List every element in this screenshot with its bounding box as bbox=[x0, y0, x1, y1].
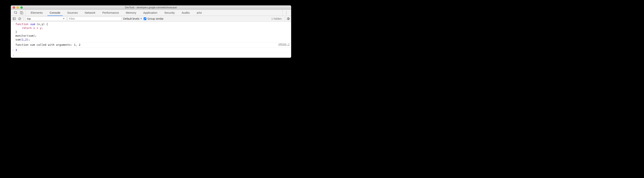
tab-axe[interactable]: aXe bbox=[193, 10, 205, 16]
tab-security[interactable]: Security bbox=[161, 10, 178, 16]
tab-console[interactable]: Console bbox=[46, 10, 64, 16]
log-message: function sum called with arguments: 1, 2 bbox=[16, 43, 278, 47]
more-options-icon[interactable]: ⋮ bbox=[284, 11, 288, 15]
toggle-console-sidebar-icon[interactable] bbox=[12, 17, 16, 21]
titlebar: DevTools - developers.google.com/web/sho… bbox=[11, 6, 291, 10]
console-output: › function sum (x,y) { return x + y; } m… bbox=[11, 22, 291, 58]
filter-input[interactable] bbox=[68, 17, 122, 21]
window-title: DevTools - developers.google.com/web/sho… bbox=[11, 6, 291, 9]
log-levels-select[interactable]: Default levels ▼ bbox=[123, 17, 142, 20]
dropdown-arrow-icon: ▼ bbox=[63, 18, 65, 20]
device-toolbar-icon[interactable] bbox=[20, 11, 24, 15]
tab-audits[interactable]: Audits bbox=[178, 10, 193, 16]
hidden-messages-count[interactable]: 1 hidden bbox=[271, 17, 282, 20]
dropdown-arrow-icon: ▼ bbox=[140, 18, 142, 20]
console-prompt-row[interactable]: › bbox=[11, 53, 291, 58]
input-code: function sum (x,y) { return x + y; } mon… bbox=[16, 22, 290, 42]
svg-rect-2 bbox=[22, 12, 23, 14]
levels-label: Default levels bbox=[123, 17, 140, 20]
console-settings-icon[interactable] bbox=[285, 16, 290, 22]
log-source-link[interactable]: VM580:2 bbox=[278, 43, 290, 46]
inspect-element-icon[interactable] bbox=[14, 11, 18, 15]
tabs-left-tools bbox=[12, 10, 26, 16]
tab-sources[interactable]: Sources bbox=[64, 10, 81, 16]
console-return-row: <· 3 bbox=[11, 48, 291, 53]
tab-performance[interactable]: Performance bbox=[99, 10, 122, 16]
group-similar-label: Group similar bbox=[148, 17, 164, 20]
console-input-row[interactable]: › function sum (x,y) { return x + y; } m… bbox=[11, 22, 291, 42]
tab-application[interactable]: Application bbox=[140, 10, 161, 16]
context-label: top bbox=[27, 17, 31, 20]
prompt-caret-icon: › bbox=[12, 53, 16, 57]
group-similar-checkbox[interactable]: Group similar bbox=[144, 17, 164, 20]
group-similar-input[interactable] bbox=[144, 17, 146, 20]
tab-memory[interactable]: Memory bbox=[122, 10, 140, 16]
tab-elements[interactable]: Elements bbox=[27, 10, 46, 16]
panel-tabs: Elements Console Sources Network Perform… bbox=[11, 10, 291, 16]
input-caret-icon: › bbox=[12, 22, 16, 26]
execution-context-select[interactable]: top ▼ bbox=[26, 17, 66, 21]
return-value: 3 bbox=[16, 48, 290, 52]
svg-rect-0 bbox=[14, 11, 17, 13]
tabs-right-tools: ⋮ bbox=[282, 10, 290, 16]
return-caret-icon: <· bbox=[12, 48, 16, 52]
devtools-window: DevTools - developers.google.com/web/sho… bbox=[11, 6, 291, 58]
console-log-row: function sum called with arguments: 1, 2… bbox=[11, 42, 291, 48]
console-toolbar: top ▼ Default levels ▼ Group similar 1 h… bbox=[11, 16, 291, 22]
clear-console-icon[interactable] bbox=[18, 17, 22, 21]
tab-network[interactable]: Network bbox=[81, 10, 99, 16]
